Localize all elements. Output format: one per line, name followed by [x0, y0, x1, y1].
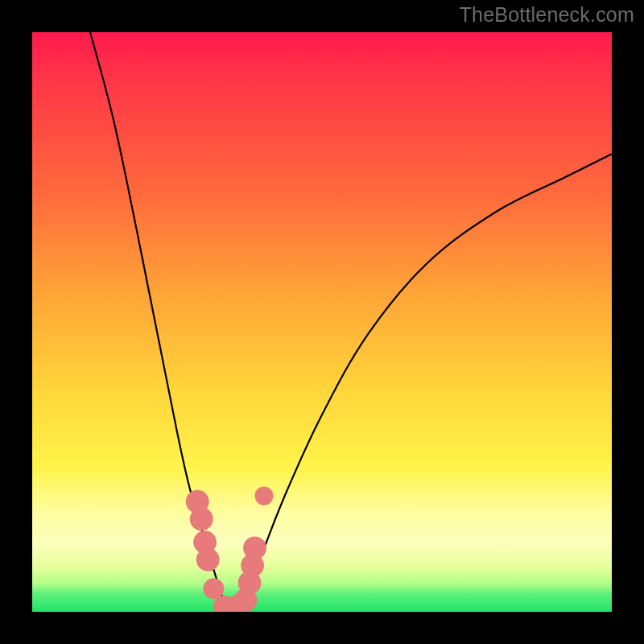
curves-group: [90, 32, 612, 612]
curve-layer: [32, 32, 612, 612]
bottleneck-figure: TheBottleneck.com: [0, 0, 644, 644]
beads-group: [186, 486, 274, 612]
valley-bead-1: [190, 507, 213, 530]
plot-area: [32, 32, 612, 612]
valley-bead-11: [254, 486, 273, 505]
valley-bead-3: [196, 548, 220, 572]
valley-bead-10: [243, 536, 266, 559]
watermark-text: TheBottleneck.com: [460, 3, 634, 27]
curve-right-branch: [229, 154, 612, 612]
